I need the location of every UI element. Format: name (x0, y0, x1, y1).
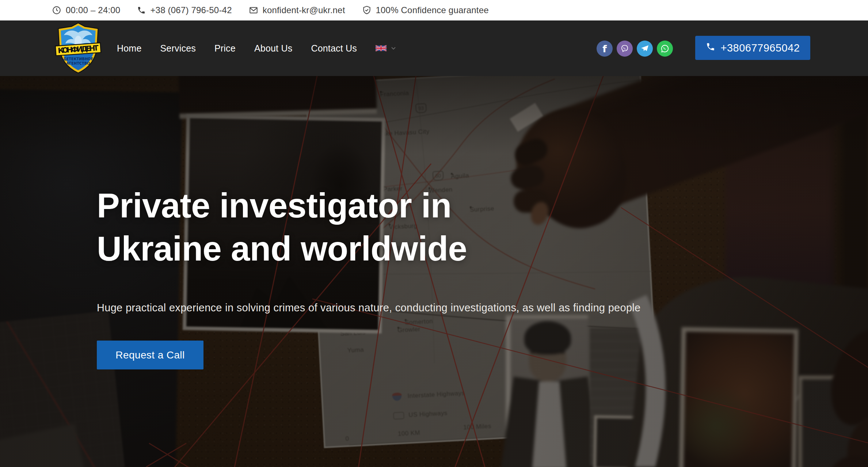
nav-phone-button[interactable]: +380677965042 (695, 36, 810, 60)
navbar: КОНФИДЕНТ ДЕТЕКТИВНОЕ АГЕНТСТВО Home Ser… (0, 20, 868, 76)
menu-item-price[interactable]: Price (214, 43, 236, 54)
topbar-phone[interactable]: +38 (067) 796-50-42 (137, 5, 232, 15)
hero-heading: Private investigator in Ukraine and worl… (97, 184, 586, 271)
whatsapp-icon[interactable] (657, 41, 673, 57)
logo-subtitle-2: АГЕНТСТВО (66, 61, 90, 65)
topbar-email[interactable]: konfident-kr@ukr.net (249, 5, 345, 15)
working-hours: 00:00 – 24:00 (52, 5, 120, 15)
hero-heading-line2: Ukraine and worldwide (97, 227, 586, 270)
uk-flag-icon (376, 45, 387, 52)
menu-item-contact[interactable]: Contact Us (311, 43, 357, 54)
nav-phone-label: +380677965042 (721, 42, 800, 54)
dark-overlay (0, 76, 868, 467)
working-hours-text: 00:00 – 24:00 (66, 5, 120, 15)
envelope-icon (249, 5, 258, 15)
hero-subheading: Huge practical experience in solving cri… (97, 302, 645, 314)
topbar-email-text[interactable]: konfident-kr@ukr.net (263, 5, 345, 15)
phone-icon (137, 6, 146, 15)
guarantee-text: 100% Confidence guarantee (376, 5, 489, 15)
hero-heading-line1: Private investigator in (97, 184, 586, 227)
menu-item-home[interactable]: Home (117, 43, 142, 54)
hero-section: Franconia 93 Lake Havasu City Parker Vic… (0, 76, 868, 467)
menu-item-about[interactable]: About Us (254, 43, 292, 54)
facebook-icon[interactable]: f (597, 41, 613, 57)
social-links: f (597, 41, 673, 57)
guarantee-note: 100% Confidence guarantee (362, 5, 489, 15)
viber-icon[interactable] (617, 41, 633, 57)
topbar: 00:00 – 24:00 +38 (067) 796-50-42 konfid… (0, 0, 868, 20)
shield-check-icon (362, 5, 372, 15)
agency-logo[interactable]: КОНФИДЕНТ ДЕТЕКТИВНОЕ АГЕНТСТВО (53, 22, 104, 75)
phone-icon (706, 42, 715, 54)
menu-item-services[interactable]: Services (160, 43, 196, 54)
clock-icon (52, 5, 61, 15)
telegram-icon[interactable] (637, 41, 653, 57)
language-switcher[interactable] (376, 45, 397, 52)
chevron-down-icon (390, 45, 397, 52)
main-menu: Home Services Price About Us Contact Us (117, 20, 397, 76)
topbar-phone-text[interactable]: +38 (067) 796-50-42 (150, 5, 232, 15)
request-call-button[interactable]: Request a Call (97, 341, 203, 369)
logo-subtitle-1: ДЕТЕКТИВНОЕ (63, 57, 93, 61)
